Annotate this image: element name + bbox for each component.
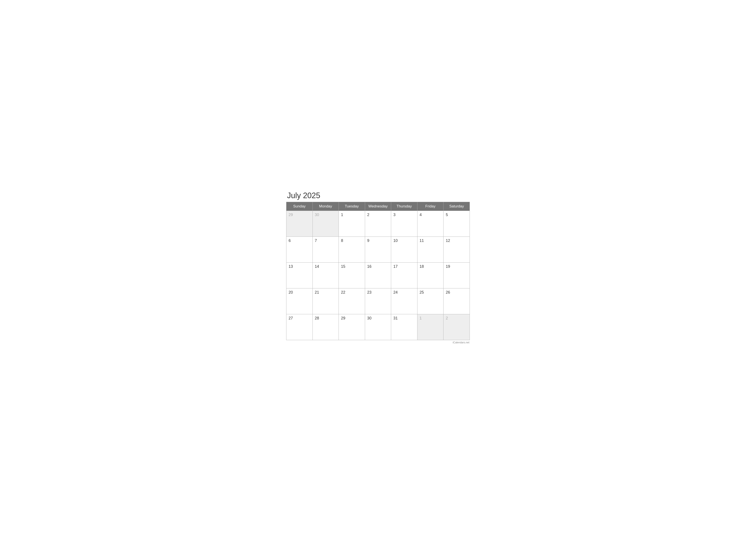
day-number: 9	[367, 239, 369, 243]
day-number: 14	[315, 264, 319, 268]
column-header-saturday: Saturday	[444, 202, 470, 211]
calendar-day-cell[interactable]: 18	[417, 262, 444, 288]
calendar-body: 2930123456789101112131415161718192021222…	[286, 211, 470, 340]
calendar-day-cell[interactable]: 17	[391, 262, 418, 288]
day-number: 25	[419, 290, 424, 294]
calendar-day-cell[interactable]: 24	[391, 288, 418, 314]
column-header-thursday: Thursday	[391, 202, 418, 211]
calendar-day-cell[interactable]: 15	[339, 262, 365, 288]
calendar-day-cell[interactable]: 22	[339, 288, 365, 314]
day-number: 2	[367, 213, 369, 217]
calendar-day-cell[interactable]: 2	[365, 211, 391, 237]
calendar-day-cell[interactable]: 26	[444, 288, 470, 314]
day-number: 20	[288, 290, 293, 294]
calendar-day-cell[interactable]: 29	[339, 314, 365, 340]
calendar-day-cell[interactable]: 30	[312, 211, 339, 237]
calendar-week-row: 272829303112	[286, 314, 470, 340]
calendar-day-cell[interactable]: 10	[391, 237, 418, 262]
day-number: 31	[393, 316, 398, 320]
day-number: 17	[393, 264, 398, 268]
day-number: 15	[341, 264, 345, 268]
calendar-day-cell[interactable]: 29	[286, 211, 313, 237]
calendar-container: July 2025 SundayMondayTuesdayWednesdayTh…	[281, 187, 475, 347]
day-number: 4	[419, 213, 422, 217]
day-number: 28	[315, 316, 319, 320]
day-number: 8	[341, 239, 343, 243]
calendar-day-cell[interactable]: 19	[444, 262, 470, 288]
column-header-sunday: Sunday	[286, 202, 313, 211]
calendar-footer: iCalendars.net	[286, 341, 470, 344]
day-number: 30	[315, 213, 319, 217]
day-number: 27	[288, 316, 293, 320]
calendar-day-cell[interactable]: 27	[286, 314, 313, 340]
calendar-table: SundayMondayTuesdayWednesdayThursdayFrid…	[286, 202, 470, 340]
day-number: 30	[367, 316, 371, 320]
calendar-day-cell[interactable]: 23	[365, 288, 391, 314]
day-number: 10	[393, 239, 398, 243]
calendar-day-cell[interactable]: 9	[365, 237, 391, 262]
day-number: 24	[393, 290, 398, 294]
column-header-wednesday: Wednesday	[365, 202, 391, 211]
column-header-friday: Friday	[417, 202, 444, 211]
day-number: 18	[419, 264, 424, 268]
calendar-day-cell[interactable]: 1	[417, 314, 444, 340]
calendar-week-row: 293012345	[286, 211, 470, 237]
column-header-tuesday: Tuesday	[339, 202, 365, 211]
calendar-day-cell[interactable]: 14	[312, 262, 339, 288]
calendar-week-row: 13141516171819	[286, 262, 470, 288]
calendar-day-cell[interactable]: 8	[339, 237, 365, 262]
day-number: 13	[288, 264, 293, 268]
calendar-day-cell[interactable]: 6	[286, 237, 313, 262]
day-number: 5	[446, 213, 448, 217]
calendar-day-cell[interactable]: 16	[365, 262, 391, 288]
day-number: 29	[341, 316, 345, 320]
day-number: 29	[288, 213, 293, 217]
calendar-day-cell[interactable]: 20	[286, 288, 313, 314]
calendar-title: July 2025	[286, 191, 470, 200]
day-number: 22	[341, 290, 345, 294]
calendar-day-cell[interactable]: 11	[417, 237, 444, 262]
calendar-week-row: 20212223242526	[286, 288, 470, 314]
day-number: 26	[446, 290, 450, 294]
day-number: 16	[367, 264, 371, 268]
day-number: 21	[315, 290, 319, 294]
day-number: 12	[446, 239, 450, 243]
calendar-day-cell[interactable]: 31	[391, 314, 418, 340]
calendar-day-cell[interactable]: 28	[312, 314, 339, 340]
calendar-day-cell[interactable]: 2	[444, 314, 470, 340]
day-number: 11	[419, 239, 424, 243]
calendar-day-cell[interactable]: 1	[339, 211, 365, 237]
calendar-day-cell[interactable]: 30	[365, 314, 391, 340]
calendar-day-cell[interactable]: 25	[417, 288, 444, 314]
calendar-day-cell[interactable]: 4	[417, 211, 444, 237]
day-number: 6	[288, 239, 291, 243]
day-number: 23	[367, 290, 371, 294]
column-header-monday: Monday	[312, 202, 339, 211]
day-number: 7	[315, 239, 317, 243]
day-number: 3	[393, 213, 395, 217]
calendar-day-cell[interactable]: 21	[312, 288, 339, 314]
calendar-day-cell[interactable]: 7	[312, 237, 339, 262]
calendar-header-row: SundayMondayTuesdayWednesdayThursdayFrid…	[286, 202, 470, 211]
calendar-week-row: 6789101112	[286, 237, 470, 262]
day-number: 2	[446, 316, 448, 320]
day-number: 1	[341, 213, 343, 217]
calendar-day-cell[interactable]: 5	[444, 211, 470, 237]
day-number: 19	[446, 264, 450, 268]
calendar-day-cell[interactable]: 12	[444, 237, 470, 262]
day-number: 1	[419, 316, 422, 320]
calendar-day-cell[interactable]: 13	[286, 262, 313, 288]
calendar-day-cell[interactable]: 3	[391, 211, 418, 237]
